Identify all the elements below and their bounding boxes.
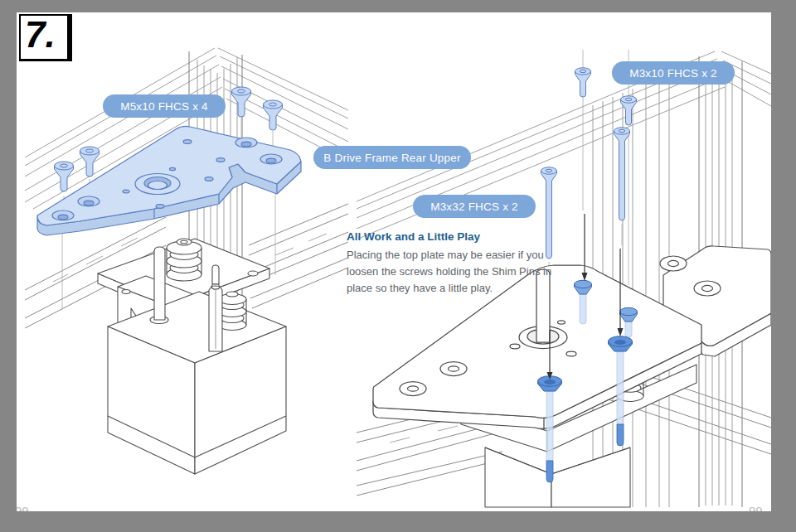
callout-m3x10-fhcs: M3x10 FHCS x 2 xyxy=(612,61,735,85)
page-canvas: 7. M5x10 FHCS x 4 B Drive Frame Rear Upp… xyxy=(17,12,771,511)
page-number-right: 99 xyxy=(749,504,763,511)
callout-m3x32-fhcs: M3x32 FHCS x 2 xyxy=(413,195,536,218)
page-number-left: 99 xyxy=(17,504,29,511)
step-number-box: 7. xyxy=(19,14,72,61)
note-block: All Work and a Little Play Placing the t… xyxy=(347,230,552,297)
note-body: Placing the top plate may be easier if y… xyxy=(347,247,552,297)
note-title: All Work and a Little Play xyxy=(347,230,552,243)
left-stepper-motor-assembly xyxy=(98,239,286,474)
callout-m5x10-fhcs: M5x10 FHCS x 4 xyxy=(103,94,226,118)
b-drive-frame-rear-upper-plate xyxy=(37,126,301,235)
step-number: 7. xyxy=(25,17,56,53)
manual-page: 7. M5x10 FHCS x 4 B Drive Frame Rear Upp… xyxy=(17,12,771,511)
manual-page-frame: 7. M5x10 FHCS x 4 B Drive Frame Rear Upp… xyxy=(0,0,796,532)
callout-b-drive-frame-rear-upper: B Drive Frame Rear Upper xyxy=(313,146,471,169)
